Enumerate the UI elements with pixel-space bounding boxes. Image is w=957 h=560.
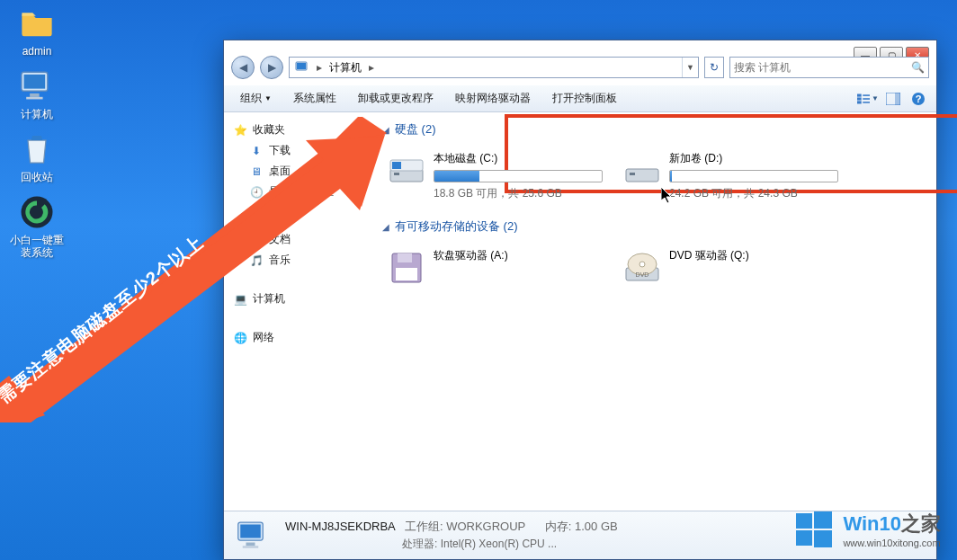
toolbar-organize[interactable]: 组织 ▼ xyxy=(231,88,281,109)
recycle-bin-icon xyxy=(17,129,57,169)
svg-rect-38 xyxy=(814,511,832,529)
sidebar-downloads[interactable]: ⬇下载 xyxy=(224,140,359,161)
svg-rect-11 xyxy=(863,98,870,100)
breadcrumb-dropdown[interactable]: ▼ xyxy=(682,58,698,77)
desktop-icons: admin 计算机 回收站 小白一键重 装系统 xyxy=(0,0,74,262)
svg-rect-3 xyxy=(26,97,42,100)
drive-d[interactable]: 新加卷 (D:) 24.2 GB 可用，共 24.3 GB xyxy=(618,147,843,206)
desktop-icon-computer[interactable]: 计算机 xyxy=(5,67,68,120)
sidebar-desktop[interactable]: 🖥桌面 xyxy=(224,161,359,182)
svg-rect-1 xyxy=(24,75,46,89)
desktop-icon: 🖥 xyxy=(249,164,264,179)
breadcrumb-root-icon[interactable] xyxy=(290,60,315,75)
recent-icon: 🕘 xyxy=(249,185,264,200)
sidebar: ⭐收藏夹 ⬇下载 🖥桌面 🕘最近访问的位 📄文档 🎵音乐 💻计算机 🌐网络 xyxy=(224,112,359,511)
docs-icon: 📄 xyxy=(249,233,264,247)
group-disks[interactable]: ◢硬盘 (2) xyxy=(382,121,931,138)
svg-text:DVD: DVD xyxy=(636,271,649,278)
content-area: ◢硬盘 (2) 本地磁盘 (C:) 18.8 GB 可用，共 25.6 GB xyxy=(359,112,936,511)
svg-rect-37 xyxy=(796,513,812,529)
drive-dvd[interactable]: DVD DVD 驱动器 (Q:) xyxy=(618,244,843,292)
svg-rect-18 xyxy=(394,173,399,175)
chevron-down-icon: ◢ xyxy=(382,125,389,135)
network-icon: 🌐 xyxy=(233,331,247,345)
svg-rect-24 xyxy=(398,253,412,262)
sidebar-network[interactable]: 🌐网络 xyxy=(224,327,359,348)
svg-rect-25 xyxy=(396,268,417,280)
computer-icon xyxy=(235,518,271,554)
toolbar-mapdrive[interactable]: 映射网络驱动器 xyxy=(446,88,540,109)
computer-icon: 💻 xyxy=(233,292,247,307)
toolbar-uninstall[interactable]: 卸载或更改程序 xyxy=(349,88,443,109)
search-icon[interactable]: 🔍 xyxy=(911,61,925,74)
chevron-down-icon: ◢ xyxy=(382,222,389,232)
toolbar-sysprops[interactable]: 系统属性 xyxy=(284,88,345,109)
desktop-icon-admin[interactable]: admin xyxy=(5,4,68,58)
music-icon: 🎵 xyxy=(249,253,264,268)
download-icon: ⬇ xyxy=(249,144,264,158)
toolbar-preview-button[interactable] xyxy=(882,88,904,110)
sidebar-docs[interactable]: 📄文档 xyxy=(224,229,359,250)
drive-c-capacity-bar xyxy=(434,170,603,182)
refresh-button[interactable]: ↻ xyxy=(704,57,724,78)
svg-rect-33 xyxy=(243,546,259,548)
desktop-icon-reinstall[interactable]: 小白一键重 装系统 xyxy=(5,192,68,259)
toolbar: 组织 ▼ 系统属性 卸载或更改程序 映射网络驱动器 打开控制面板 ▼ ? xyxy=(224,85,936,112)
svg-rect-32 xyxy=(246,542,255,546)
svg-rect-2 xyxy=(30,93,40,97)
computer-icon xyxy=(17,67,57,106)
svg-rect-8 xyxy=(857,97,862,100)
sidebar-music[interactable]: 🎵音乐 xyxy=(224,250,359,271)
desktop-icon-recycle[interactable]: 回收站 xyxy=(5,129,68,183)
toolbar-controlpanel[interactable]: 打开控制面板 xyxy=(543,88,626,109)
breadcrumb-seg-computer[interactable]: 计算机 xyxy=(324,60,367,76)
svg-rect-31 xyxy=(240,524,261,538)
svg-rect-20 xyxy=(392,162,401,169)
breadcrumb[interactable]: 计算机 ▼ xyxy=(289,57,699,78)
nav-back-button[interactable]: ◀ xyxy=(231,56,255,79)
computer-name: WIN-MJ8JSEKDRBA xyxy=(285,520,395,533)
sidebar-recent[interactable]: 🕘最近访问的位 xyxy=(224,182,359,202)
search-box[interactable]: 🔍 xyxy=(729,57,929,78)
floppy-icon xyxy=(387,248,426,288)
explorer-window: — ▢ ✕ ◀ ▶ 计算机 ▼ ↻ 🔍 组织 ▼ 系统属性 卸载或更改程序 映射… xyxy=(223,40,937,560)
folder-icon xyxy=(17,4,57,43)
hard-drive-icon xyxy=(622,151,662,191)
watermark: Win10之家 www.win10xitong.com xyxy=(785,506,950,553)
drive-floppy[interactable]: 软盘驱动器 (A:) xyxy=(382,244,607,292)
dvd-icon: DVD xyxy=(622,248,662,288)
windows-logo-icon xyxy=(794,510,834,549)
svg-rect-39 xyxy=(796,530,812,546)
drive-d-capacity-bar xyxy=(669,170,838,182)
search-input[interactable] xyxy=(734,61,911,74)
toolbar-help-button[interactable]: ? xyxy=(908,88,929,110)
drive-c[interactable]: 本地磁盘 (C:) 18.8 GB 可用，共 25.6 GB xyxy=(382,147,607,206)
toolbar-view-button[interactable]: ▼ xyxy=(857,88,879,110)
star-icon: ⭐ xyxy=(233,123,247,138)
group-removable[interactable]: ◢有可移动存储的设备 (2) xyxy=(382,218,931,235)
svg-rect-9 xyxy=(857,101,862,103)
svg-rect-6 xyxy=(297,63,306,69)
sidebar-favorites[interactable]: ⭐收藏夹 xyxy=(224,120,359,140)
svg-rect-7 xyxy=(857,93,862,96)
sidebar-computer[interactable]: 💻计算机 xyxy=(224,289,359,309)
hard-drive-icon xyxy=(387,151,426,191)
svg-point-28 xyxy=(639,262,645,267)
nav-fwd-button[interactable]: ▶ xyxy=(260,56,283,79)
reinstall-icon xyxy=(17,192,57,232)
svg-rect-14 xyxy=(895,93,900,105)
svg-text:?: ? xyxy=(916,93,922,104)
svg-rect-22 xyxy=(630,173,635,175)
svg-rect-40 xyxy=(814,530,832,547)
svg-rect-10 xyxy=(863,94,870,96)
svg-rect-12 xyxy=(863,102,870,103)
nav-row: ◀ ▶ 计算机 ▼ ↻ 🔍 xyxy=(231,53,929,82)
